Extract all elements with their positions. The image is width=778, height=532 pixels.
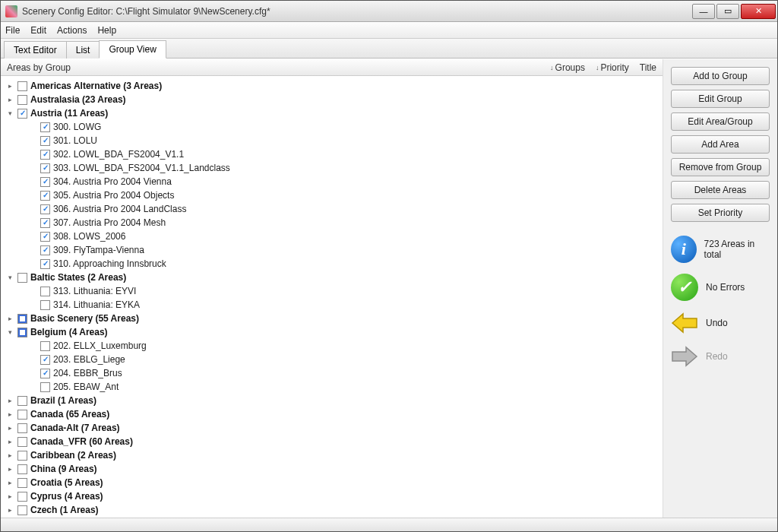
menu-edit[interactable]: Edit (30, 25, 46, 36)
tree-group-row[interactable]: ▸Canada_VFR (60 Areas) (5, 435, 658, 448)
tree-item-row[interactable]: ·301. LOLU (5, 134, 658, 147)
tree-group-row[interactable]: ▸Australasia (23 Areas) (5, 93, 658, 106)
expand-icon[interactable]: ▸ (5, 397, 14, 404)
col-header-title[interactable]: Title (640, 62, 656, 73)
checkbox[interactable] (40, 163, 50, 173)
checkbox[interactable] (17, 95, 27, 105)
tree-group-row[interactable]: ▸Basic Scenery (55 Areas) (5, 312, 658, 325)
checkbox[interactable] (17, 314, 27, 324)
checkbox[interactable] (17, 273, 27, 283)
tree-group-row[interactable]: ▸Czech (1 Areas) (5, 503, 658, 517)
checkbox[interactable] (17, 328, 27, 337)
checkbox[interactable] (17, 478, 27, 488)
tree-item-row[interactable]: ·205. EBAW_Ant (5, 380, 658, 394)
tree-group-row[interactable]: ▾Austria (11 Areas) (5, 106, 658, 120)
expand-icon[interactable]: ▸ (5, 465, 14, 473)
tree-item-row[interactable]: ·308. LOWS_2006 (5, 230, 658, 243)
close-button[interactable]: ✕ (741, 4, 776, 19)
checkbox[interactable] (40, 232, 50, 242)
expand-icon[interactable]: ▸ (5, 506, 14, 514)
tree-group-row[interactable]: ▸China (9 Areas) (5, 462, 658, 476)
tree-group-row[interactable]: ▸Brazil (1 Areas) (5, 394, 658, 407)
menu-actions[interactable]: Actions (57, 25, 87, 36)
checkbox[interactable] (17, 451, 27, 461)
checkbox[interactable] (17, 492, 27, 502)
edit-area-group-button[interactable]: Edit Area/Group (671, 112, 770, 131)
add-area-button[interactable]: Add Area (671, 135, 770, 154)
checkbox[interactable] (40, 259, 50, 269)
tree-item-row[interactable]: ·303. LOWL_BDA_FS2004_V1.1_Landclass (5, 161, 658, 175)
tree-group-row[interactable]: ▸Canada (65 Areas) (5, 407, 658, 421)
checkbox[interactable] (40, 204, 50, 214)
tree-group-row[interactable]: ▾Baltic States (2 Areas) (5, 271, 658, 284)
checkbox[interactable] (17, 109, 27, 119)
titlebar[interactable]: Scenery Config Editor: C:\Flight Simulat… (1, 1, 777, 22)
tree-item-row[interactable]: ·314. Lithuania: EYKA (5, 298, 658, 312)
tree-item-row[interactable]: ·203. EBLG_Liege (5, 353, 658, 366)
tree-group-row[interactable]: ▸Cyprus (4 Areas) (5, 489, 658, 503)
tree-group-row[interactable]: ▸Canada-Alt (7 Areas) (5, 421, 658, 435)
checkbox[interactable] (40, 287, 50, 296)
expand-icon[interactable]: ▸ (5, 438, 14, 445)
checkbox[interactable] (17, 81, 27, 91)
tree-item-row[interactable]: ·310. Approaching Innsbruck (5, 257, 658, 271)
tab-group-view[interactable]: Group View (99, 40, 166, 59)
tree-group-row[interactable]: ▸Americas Alternative (3 Areas) (5, 79, 658, 93)
expand-icon[interactable]: ▸ (5, 410, 14, 418)
tree-item-row[interactable]: ·307. Austria Pro 2004 Mesh (5, 216, 658, 230)
maximize-button[interactable]: ▭ (716, 4, 739, 19)
checkbox[interactable] (40, 245, 50, 255)
tree-item-row[interactable]: ·202. ELLX_Luxemburg (5, 339, 658, 353)
tree-item-row[interactable]: ·306. Austria Pro 2004 LandClass (5, 202, 658, 216)
checkbox[interactable] (40, 191, 50, 201)
checkbox[interactable] (17, 396, 27, 406)
expand-icon[interactable]: ▸ (5, 451, 14, 459)
tree-item-row[interactable]: ·302. LOWL_BDA_FS2004_V1.1 (5, 147, 658, 161)
tree-item-row[interactable]: ·204. EBBR_Brus (5, 366, 658, 380)
checkbox[interactable] (40, 177, 50, 187)
tree-body[interactable]: ▸Americas Alternative (3 Areas)▸Australa… (1, 76, 663, 518)
menu-file[interactable]: File (5, 25, 20, 36)
set-priority-button[interactable]: Set Priority (671, 204, 770, 222)
checkbox[interactable] (17, 410, 27, 420)
tree-group-row[interactable]: ▸Croatia (5 Areas) (5, 476, 658, 489)
checkbox[interactable] (40, 369, 50, 378)
undo-action[interactable]: Undo (671, 312, 770, 334)
tree-item-row[interactable]: ·313. Lithuania: EYVI (5, 284, 658, 298)
checkbox[interactable] (40, 150, 50, 160)
minimize-button[interactable]: — (692, 4, 715, 19)
add-to-group-button[interactable]: Add to Group (671, 67, 770, 85)
collapse-icon[interactable]: ▾ (5, 274, 14, 281)
expand-icon[interactable]: ▸ (5, 479, 14, 486)
expand-icon[interactable]: ▸ (5, 424, 14, 432)
collapse-icon[interactable]: ▾ (5, 328, 14, 336)
expand-icon[interactable]: ▸ (5, 492, 14, 500)
checkbox[interactable] (17, 464, 27, 474)
checkbox[interactable] (17, 437, 27, 447)
expand-icon[interactable]: ▸ (5, 96, 14, 103)
expand-icon[interactable]: ▸ (5, 82, 14, 90)
expand-icon[interactable]: ▸ (5, 315, 14, 322)
checkbox[interactable] (40, 355, 50, 365)
checkbox[interactable] (40, 218, 50, 228)
checkbox[interactable] (40, 382, 50, 392)
checkbox[interactable] (40, 300, 50, 310)
tree-item-row[interactable]: ·309. FlyTampa-Vienna (5, 243, 658, 257)
delete-areas-button[interactable]: Delete Areas (671, 181, 770, 199)
tree-item-row[interactable]: ·304. Austria Pro 2004 Vienna (5, 175, 658, 188)
checkbox[interactable] (17, 505, 27, 515)
col-header-groups[interactable]: ↓Groups (550, 62, 585, 73)
edit-group-button[interactable]: Edit Group (671, 90, 770, 108)
tree-item-row[interactable]: ·300. LOWG (5, 120, 658, 134)
menu-help[interactable]: Help (97, 25, 116, 36)
checkbox[interactable] (40, 136, 50, 146)
tree-item-row[interactable]: ·305. Austria Pro 2004 Objects (5, 188, 658, 202)
checkbox[interactable] (40, 341, 50, 351)
tree-group-row[interactable]: ▾Belgium (4 Areas) (5, 325, 658, 339)
collapse-icon[interactable]: ▾ (5, 109, 14, 117)
col-header-priority[interactable]: ↓Priority (596, 62, 629, 73)
remove-from-group-button[interactable]: Remove from Group (671, 158, 770, 176)
tree-group-row[interactable]: ▸Caribbean (2 Areas) (5, 448, 658, 462)
checkbox[interactable] (40, 122, 50, 132)
tab-list[interactable]: List (66, 41, 100, 59)
